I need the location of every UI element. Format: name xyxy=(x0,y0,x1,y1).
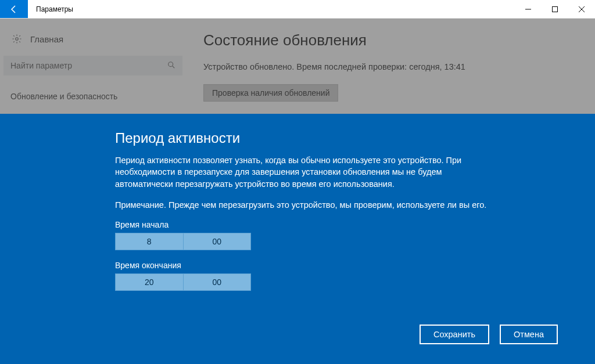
maximize-icon xyxy=(552,6,558,12)
start-time-label: Время начала xyxy=(115,220,487,229)
minimize-button[interactable] xyxy=(515,0,542,18)
maximize-button[interactable] xyxy=(542,0,568,18)
close-button[interactable] xyxy=(568,0,595,18)
start-hour[interactable]: 8 xyxy=(116,233,184,250)
dialog-buttons: Сохранить Отмена xyxy=(420,325,558,344)
start-time-picker[interactable]: 8 00 xyxy=(115,233,251,250)
end-minute[interactable]: 00 xyxy=(184,274,251,290)
end-hour[interactable]: 20 xyxy=(116,274,184,290)
save-button[interactable]: Сохранить xyxy=(420,325,489,344)
active-hours-dialog: Период активности Период активности позв… xyxy=(0,114,595,364)
settings-window: Параметры Главная Найти параметр xyxy=(0,0,595,364)
close-icon xyxy=(579,6,585,12)
end-time-label: Время окончания xyxy=(115,261,487,270)
window-title: Параметры xyxy=(28,0,81,18)
dialog-note: Примечание. Прежде чем перезагрузить это… xyxy=(115,199,487,211)
back-button[interactable] xyxy=(0,0,28,18)
titlebar: Параметры xyxy=(0,0,595,19)
arrow-left-icon xyxy=(9,5,19,14)
start-minute[interactable]: 00 xyxy=(184,233,251,250)
dialog-description: Период активности позволяет узнать, когд… xyxy=(115,154,487,190)
window-controls xyxy=(515,0,595,18)
svg-rect-0 xyxy=(553,6,558,12)
dialog-title: Период активности xyxy=(115,130,487,146)
end-time-picker[interactable]: 20 00 xyxy=(115,273,251,291)
minimize-icon xyxy=(525,6,531,12)
cancel-button[interactable]: Отмена xyxy=(500,325,558,344)
